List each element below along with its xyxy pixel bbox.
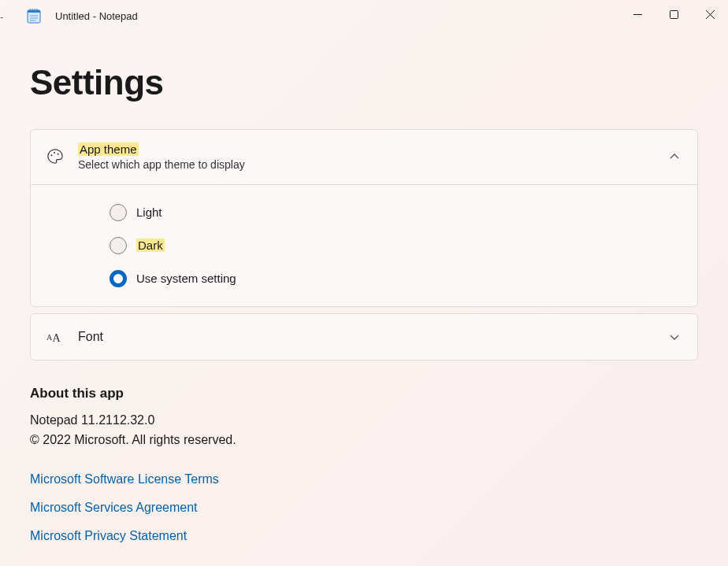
theme-card-header[interactable]: App theme Select which app theme to disp… xyxy=(31,130,697,184)
maximize-button[interactable] xyxy=(656,0,692,28)
link-license[interactable]: Microsoft Software License Terms xyxy=(30,472,698,486)
radio-label: Dark xyxy=(136,239,165,252)
svg-point-13 xyxy=(50,154,52,156)
window-title: Untitled - Notepad xyxy=(55,10,138,22)
radio-icon xyxy=(110,237,127,254)
theme-card: App theme Select which app theme to disp… xyxy=(30,129,698,307)
chevron-up-icon xyxy=(667,150,682,164)
svg-rect-1 xyxy=(28,10,40,13)
page-title: Settings xyxy=(30,63,698,102)
svg-point-15 xyxy=(58,154,59,155)
theme-title: App theme xyxy=(78,141,667,157)
radio-label: Light xyxy=(136,205,162,219)
svg-point-14 xyxy=(54,152,55,154)
theme-option-light[interactable]: Light xyxy=(31,196,697,229)
prev-window-edge: - xyxy=(0,11,3,23)
notepad-icon xyxy=(27,8,41,24)
radio-icon xyxy=(110,204,127,221)
close-button[interactable] xyxy=(692,0,728,28)
title-bar: - Untitled - Notepad xyxy=(0,0,728,31)
font-icon: A A xyxy=(46,328,64,346)
radio-icon xyxy=(110,270,127,287)
about-heading: About this app xyxy=(30,386,698,401)
link-privacy[interactable]: Microsoft Privacy Statement xyxy=(30,529,698,543)
palette-icon xyxy=(46,148,64,165)
font-card-header[interactable]: A A Font xyxy=(31,314,697,360)
link-services[interactable]: Microsoft Services Agreement xyxy=(30,501,698,515)
svg-rect-10 xyxy=(670,10,678,18)
radio-label: Use system setting xyxy=(136,272,236,285)
font-title: Font xyxy=(78,328,667,346)
theme-option-system[interactable]: Use system setting xyxy=(31,262,697,295)
svg-text:A: A xyxy=(52,331,61,344)
about-copyright: © 2022 Microsoft. All rights reserved. xyxy=(30,431,698,450)
theme-option-dark[interactable]: Dark xyxy=(31,229,697,262)
chevron-down-icon xyxy=(667,330,682,344)
font-card: A A Font xyxy=(30,313,698,361)
minimize-button[interactable] xyxy=(619,0,656,28)
theme-subtitle: Select which app theme to display xyxy=(78,157,667,173)
theme-options: Light Dark Use system setting xyxy=(31,184,697,306)
about-product: Notepad 11.2112.32.0 xyxy=(30,411,698,431)
